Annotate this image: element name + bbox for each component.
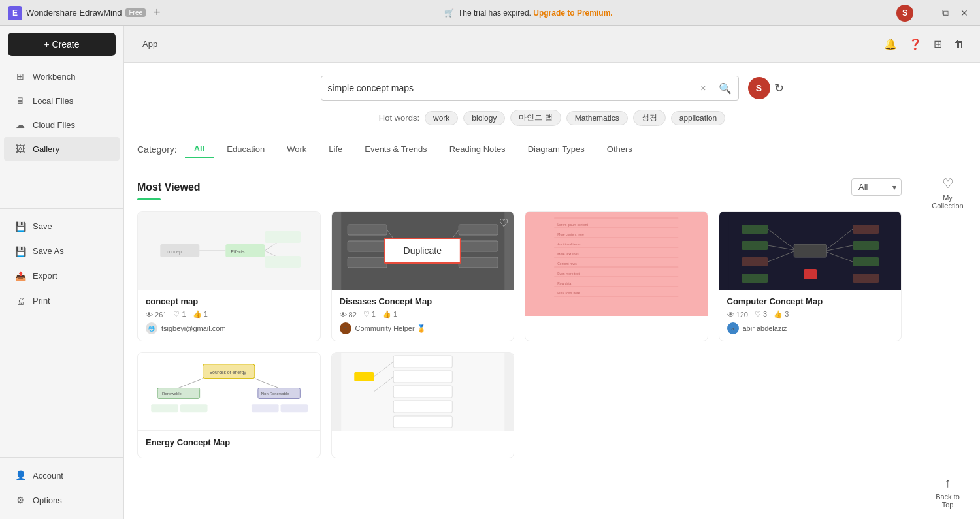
svg-rect-7 — [265, 256, 301, 268]
filter-dropdown[interactable]: All Week Month Year — [851, 178, 902, 196]
card-meta-4: 👁 120 ♡ 3 👍 3 — [727, 310, 894, 319]
add-tab-button[interactable]: + — [154, 6, 161, 20]
svg-text:Lorem ipsum content: Lorem ipsum content — [557, 223, 588, 227]
table-row[interactable]: Diseases — [331, 211, 515, 341]
svg-rect-70 — [180, 404, 208, 412]
upgrade-link[interactable]: Upgrade to Premium. — [533, 8, 612, 18]
svg-text:Even more text: Even more text — [557, 272, 580, 275]
category-life-button[interactable]: Life — [319, 141, 351, 157]
card-info-2: Diseases Concept Map 👁 82 ♡ 1 👍 1 C Comm… — [332, 290, 514, 341]
card-title-5: Energy Concept Map — [146, 437, 312, 447]
hot-tag-biology[interactable]: biology — [463, 111, 505, 125]
card-views-2: 👁 82 — [340, 311, 357, 319]
app-button[interactable]: App — [137, 37, 163, 52]
svg-rect-5 — [265, 231, 301, 243]
back-to-top-icon: ↑ — [945, 475, 951, 490]
card-likes-2: ♡ 1 — [363, 310, 376, 319]
category-work-button[interactable]: Work — [278, 141, 316, 157]
hot-tag-work[interactable]: work — [425, 111, 458, 125]
svg-text:Renewable: Renewable — [162, 392, 182, 396]
svg-rect-17 — [459, 241, 498, 251]
sidebar-nav: ⊞ Workbench 🖥 Local Files ☁ Cloud Files … — [0, 64, 123, 203]
help-button[interactable]: ❓ — [906, 35, 924, 53]
svg-text:Effects: Effects — [231, 249, 245, 254]
table-row[interactable]: Computer Concept Map 👁 120 ♡ 3 👍 3 a abi… — [719, 211, 902, 341]
sidebar-item-save[interactable]: 💾 Save — [4, 215, 120, 238]
hot-tag-mathematics[interactable]: Mathematics — [566, 111, 628, 125]
search-submit-button[interactable]: 🔍 — [719, 82, 732, 95]
close-button[interactable]: ✕ — [956, 7, 972, 20]
svg-rect-51 — [853, 257, 879, 266]
sidebar-label-options: Options — [33, 495, 62, 505]
back-to-top-button[interactable]: ↑ Back toTop — [936, 475, 960, 509]
sidebar-item-cloud-files[interactable]: ☁ Cloud Files — [4, 113, 120, 136]
svg-rect-13 — [348, 225, 387, 235]
grid-button[interactable]: ⊞ — [931, 35, 945, 53]
svg-rect-16 — [459, 225, 498, 235]
svg-rect-69 — [151, 404, 178, 412]
sidebar-label-print: Print — [33, 296, 50, 306]
svg-rect-77 — [393, 401, 452, 413]
my-collection-label: MyCollection — [932, 194, 963, 210]
author-name-4: abir abdelaziz — [743, 324, 787, 332]
svg-text:concept: concept — [167, 249, 183, 255]
sidebar-item-print[interactable]: 🖨 Print — [4, 289, 120, 313]
sidebar-label-save-as: Save As — [33, 246, 64, 256]
svg-rect-15 — [348, 257, 387, 268]
search-clear-button[interactable]: × — [699, 82, 707, 95]
sidebar-item-local-files[interactable]: 🖥 Local Files — [4, 89, 120, 112]
table-row[interactable] — [331, 352, 515, 458]
card-meta-2: 👁 82 ♡ 1 👍 1 — [340, 310, 506, 319]
sidebar-item-gallery[interactable]: 🖼 Gallery — [4, 137, 120, 161]
search-input[interactable] — [328, 83, 700, 93]
category-all-button[interactable]: All — [185, 140, 214, 158]
category-others-button[interactable]: Others — [598, 141, 642, 157]
heart-collection-icon: ♡ — [942, 176, 954, 191]
card-image-2: Diseases — [332, 212, 514, 290]
app-logo: E Wondershare EdrawMind Free — [8, 6, 146, 20]
svg-text:Content rows: Content rows — [557, 262, 577, 266]
card-image-1: concept Effects — [138, 212, 320, 290]
hot-tag-application[interactable]: application — [671, 111, 725, 125]
card-thumbs-2: 👍 1 — [382, 310, 397, 319]
sidebar-item-export[interactable]: 📤 Export — [4, 264, 120, 288]
gallery-icon: 🖼 — [14, 143, 26, 155]
svg-rect-14 — [348, 241, 387, 251]
trash-button[interactable]: 🗑 — [951, 36, 967, 53]
hot-tag-mindmap[interactable]: 마인드 맵 — [510, 110, 561, 126]
sidebar-item-options[interactable]: ⚙ Options — [4, 488, 120, 512]
trial-message: The trial has expired. — [458, 8, 531, 18]
notification-button[interactable]: 🔔 — [881, 35, 900, 53]
sidebar-label-local-files: Local Files — [33, 96, 73, 106]
main-scroll: Most Viewed All Week Month Year — [124, 165, 980, 519]
account-icon: 👤 — [14, 469, 26, 481]
sidebar-label-workbench: Workbench — [33, 72, 76, 82]
svg-rect-49 — [853, 225, 879, 234]
category-education-button[interactable]: Education — [218, 141, 274, 157]
card-thumbs-4: 👍 3 — [774, 310, 789, 319]
refresh-button[interactable]: ↻ — [774, 81, 784, 95]
sidebar-item-save-as[interactable]: 💾 Save As — [4, 240, 120, 263]
table-row[interactable]: concept Effects concept map 👁 261 ♡ 1 👍 … — [137, 211, 321, 341]
top-bar: App 🔔 ❓ ⊞ 🗑 — [124, 26, 980, 63]
category-diagram-button[interactable]: Diagram Types — [519, 141, 594, 157]
table-row[interactable]: Sources of energy Renewable Non-Renewabl… — [137, 352, 321, 458]
duplicate-button[interactable]: Duplicate — [384, 238, 461, 264]
svg-rect-81 — [354, 372, 374, 381]
hot-tag-bible[interactable]: 성경 — [633, 110, 666, 126]
create-button[interactable]: + Create — [8, 33, 116, 56]
category-reading-button[interactable]: Reading Notes — [440, 141, 515, 157]
category-events-button[interactable]: Events & Trends — [355, 141, 436, 157]
minimize-button[interactable]: — — [917, 7, 934, 20]
sidebar-item-workbench[interactable]: ⊞ Workbench — [4, 65, 120, 88]
my-collection-button[interactable]: ♡ MyCollection — [932, 176, 963, 210]
card-likes-1: ♡ 1 — [173, 310, 186, 319]
svg-rect-48 — [742, 274, 768, 283]
table-row[interactable]: Lorem ipsum content More content here Ad… — [525, 211, 708, 341]
sidebar-item-account[interactable]: 👤 Account — [4, 464, 120, 487]
user-avatar: S — [748, 77, 770, 99]
svg-text:Non-Renewable: Non-Renewable — [261, 392, 289, 396]
maximize-button[interactable]: ⧉ — [938, 6, 953, 20]
svg-rect-47 — [742, 257, 768, 266]
card-author-2: C Community Helper 🏅 — [340, 322, 506, 334]
